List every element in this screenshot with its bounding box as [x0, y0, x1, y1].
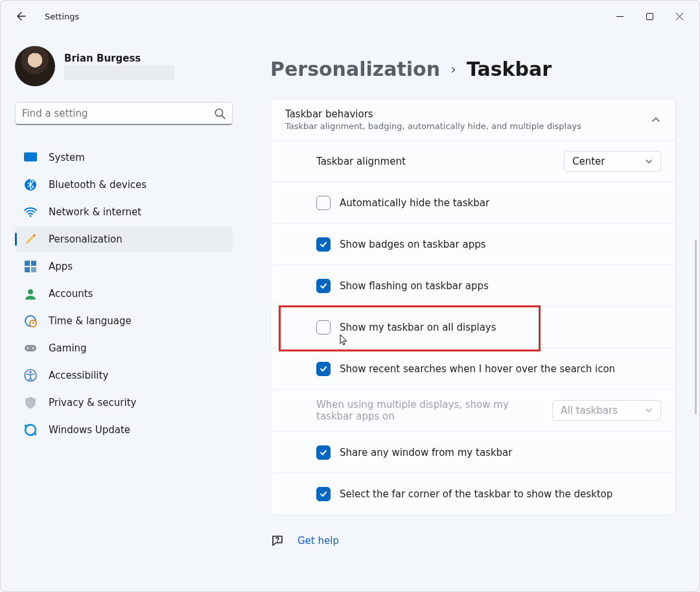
chevron-down-icon [645, 158, 653, 165]
sidebar: Brian Burgess System Bluetooth & devices [1, 32, 247, 591]
svg-rect-0 [646, 13, 653, 19]
sidebar-item-update[interactable]: Windows Update [15, 417, 233, 443]
svg-rect-2 [24, 152, 37, 161]
person-icon [24, 287, 37, 300]
close-icon [676, 13, 683, 20]
svg-point-17 [29, 371, 32, 373]
row-autohide: Automatically hide the taskbar [271, 182, 675, 224]
help-row: Get help [270, 534, 676, 548]
svg-point-10 [28, 289, 33, 294]
row-label: Select the far corner of the taskbar to … [340, 488, 612, 500]
select-value: Center [572, 156, 605, 167]
svg-rect-7 [31, 261, 36, 266]
row-badges: Show badges on taskbar apps [271, 224, 675, 265]
sidebar-item-network[interactable]: Network & internet [15, 199, 233, 225]
chevron-down-icon [645, 407, 653, 414]
svg-rect-8 [25, 267, 30, 272]
apps-icon [24, 260, 37, 273]
get-help-link[interactable]: Get help [298, 535, 339, 547]
panel-title: Taskbar behaviors [285, 108, 581, 120]
back-button[interactable] [14, 8, 29, 24]
close-button[interactable] [664, 6, 694, 27]
checkbox-share-window[interactable] [316, 445, 331, 460]
svg-point-5 [30, 215, 32, 217]
app-title: Settings [45, 12, 79, 21]
cursor-icon [340, 334, 349, 346]
accessibility-icon [24, 369, 37, 382]
checkbox-flashing[interactable] [316, 279, 331, 293]
search-box[interactable] [15, 102, 233, 125]
checkbox-all-displays[interactable] [316, 320, 331, 335]
sidebar-item-accounts[interactable]: Accounts [15, 281, 233, 307]
row-label: Show badges on taskbar apps [340, 239, 486, 250]
svg-rect-6 [25, 261, 30, 266]
checkbox-badges[interactable] [316, 237, 331, 252]
alignment-select[interactable]: Center [564, 151, 661, 172]
taskbar-behaviors-panel: Taskbar behaviors Taskbar alignment, bad… [270, 99, 676, 515]
checkbox-far-corner[interactable] [316, 487, 331, 501]
check-icon [319, 364, 328, 373]
clock-globe-icon [24, 314, 37, 327]
chevron-up-icon [651, 115, 661, 125]
sidebar-item-personalization[interactable]: Personalization [15, 226, 233, 252]
sidebar-item-label: System [49, 152, 85, 163]
breadcrumb: Personalization › Taskbar [270, 58, 676, 80]
row-label: Share any window from my taskbar [340, 447, 512, 458]
sidebar-item-label: Privacy & security [49, 397, 136, 408]
sidebar-item-label: Accessibility [49, 370, 108, 381]
main-content: Personalization › Taskbar Taskbar behavi… [247, 32, 699, 591]
profile[interactable]: Brian Burgess [15, 46, 233, 86]
avatar [15, 46, 55, 86]
checkbox-autohide[interactable] [316, 196, 331, 210]
row-taskbar-alignment: Taskbar alignment Center [271, 141, 675, 182]
multidisplay-select: All taskbars [552, 400, 661, 421]
row-multi-display: When using multiple displays, show my ta… [271, 390, 675, 432]
svg-point-14 [27, 348, 29, 349]
checkbox-recent-searches[interactable] [316, 362, 331, 376]
sidebar-item-label: Bluetooth & devices [49, 179, 146, 191]
svg-point-19 [277, 541, 278, 542]
svg-point-15 [32, 348, 34, 349]
row-all-displays: Show my taskbar on all displays [271, 307, 675, 348]
row-far-corner: Select the far corner of the taskbar to … [271, 473, 675, 515]
titlebar: Settings [1, 1, 699, 32]
sidebar-item-bluetooth[interactable]: Bluetooth & devices [15, 172, 233, 198]
shield-icon [24, 396, 37, 409]
breadcrumb-parent[interactable]: Personalization [270, 58, 440, 80]
sidebar-item-system[interactable]: System [15, 145, 233, 171]
sidebar-item-label: Windows Update [49, 424, 130, 436]
bluetooth-icon [24, 178, 37, 191]
maximize-button[interactable] [635, 6, 664, 27]
row-recent-searches: Show recent searches when I hover over t… [271, 348, 675, 390]
system-icon [24, 151, 37, 164]
sidebar-item-gaming[interactable]: Gaming [15, 335, 233, 361]
row-label: Show recent searches when I hover over t… [340, 363, 615, 375]
profile-email-redacted [64, 65, 174, 80]
sidebar-item-privacy[interactable]: Privacy & security [15, 390, 233, 416]
panel-subtitle: Taskbar alignment, badging, automaticall… [285, 121, 581, 131]
row-label: Show flashing on taskbar apps [340, 280, 489, 292]
svg-point-1 [215, 109, 222, 116]
maximize-icon [646, 13, 653, 20]
panel-header[interactable]: Taskbar behaviors Taskbar alignment, bad… [271, 99, 675, 141]
help-icon [270, 534, 285, 548]
gamepad-icon [24, 342, 37, 355]
nav-list: System Bluetooth & devices Network & int… [15, 145, 233, 443]
sidebar-item-accessibility[interactable]: Accessibility [15, 362, 233, 388]
row-flashing: Show flashing on taskbar apps [271, 265, 675, 307]
minimize-button[interactable] [605, 6, 635, 27]
breadcrumb-current: Taskbar [467, 58, 552, 80]
search-input[interactable] [22, 108, 214, 119]
sidebar-item-time[interactable]: Time & language [15, 308, 233, 334]
check-icon [319, 240, 328, 249]
select-value: All taskbars [561, 405, 618, 416]
minimize-icon [616, 13, 624, 20]
settings-window: Settings Brian Burgess [0, 0, 700, 592]
row-label: Show my taskbar on all displays [340, 322, 496, 333]
sidebar-item-label: Personalization [49, 233, 122, 245]
check-icon [319, 281, 328, 290]
check-icon [319, 448, 328, 457]
sidebar-item-label: Gaming [49, 342, 87, 354]
scrollbar-thumb[interactable] [695, 239, 697, 414]
sidebar-item-apps[interactable]: Apps [15, 254, 233, 279]
